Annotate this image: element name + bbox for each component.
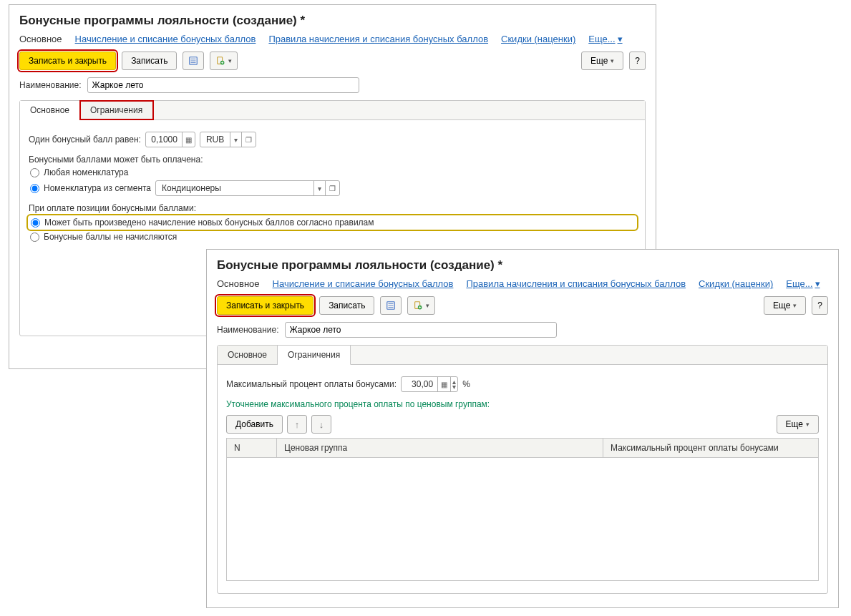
table-more-button[interactable]: Еще ▾ — [777, 415, 819, 434]
radio-accrue-new[interactable]: Может быть произведено начисление новых … — [29, 216, 636, 229]
max-percent-value: 30,00 — [402, 378, 437, 391]
radio-seg-label: Номенклатура из сегмента — [44, 183, 151, 193]
toolbar: Записать и закрыть Записать ▾ Еще ▾ ? — [9, 50, 656, 74]
chevron-down-icon: ▾ — [806, 421, 809, 428]
page-title: Бонусные программы лояльности (создание)… — [9, 5, 656, 32]
name-label: Наименование: — [217, 325, 279, 335]
open-icon[interactable]: ❐ — [241, 132, 256, 147]
tab-more-label: Еще... — [588, 34, 615, 44]
more-label: Еще — [590, 56, 608, 66]
chevron-down-icon[interactable]: ▾ — [313, 181, 325, 195]
more-button[interactable]: Еще ▾ — [581, 52, 623, 70]
table-header: N Ценовая группа Максимальный процент оп… — [227, 439, 818, 458]
radio-any-nomen[interactable]: Любая номенклатура — [29, 167, 636, 177]
calc-icon[interactable]: ▦ — [437, 377, 450, 391]
point-equals-label: Один бонусный балл равен: — [29, 135, 141, 145]
radio-any-input[interactable] — [30, 168, 39, 177]
calc-icon[interactable]: ▦ — [182, 132, 195, 147]
chevron-down-icon: ▾ — [793, 302, 797, 309]
chevron-down-icon: ▾ — [611, 57, 614, 64]
tab-accrual[interactable]: Начисление и списание бонусных баллов — [75, 34, 256, 44]
name-input[interactable] — [285, 322, 557, 338]
chevron-down-icon: ▾ — [618, 34, 623, 44]
top-tabs: Основное Начисление и списание бонусных … — [207, 277, 838, 295]
max-percent-input[interactable]: 30,00 ▦ ▴▾ — [401, 376, 458, 392]
list-icon — [188, 56, 198, 66]
tab-rules[interactable]: Правила начисления и списания бонусных б… — [466, 278, 686, 289]
on-pay-label: При оплате позиции бонусными баллами: — [29, 203, 636, 213]
attach-icon-button[interactable]: ▾ — [210, 52, 238, 70]
max-percent-label: Максимальный процент оплаты бонусами: — [226, 379, 397, 389]
col-price-group[interactable]: Ценовая группа — [277, 439, 603, 457]
percent-sign: % — [462, 379, 470, 389]
tab-accrual[interactable]: Начисление и списание бонусных баллов — [273, 278, 454, 289]
tab-more[interactable]: Еще... ▾ — [786, 278, 820, 289]
radio-no-accrue[interactable]: Бонусные баллы не начисляются — [29, 232, 636, 242]
page-title: Бонусные программы лояльности (создание)… — [207, 250, 838, 277]
help-button[interactable]: ? — [629, 52, 646, 70]
report-icon-button[interactable] — [380, 296, 402, 315]
radio-noaccrue-input[interactable] — [30, 233, 39, 242]
more-button[interactable]: Еще ▾ — [764, 296, 806, 315]
save-button[interactable]: Записать — [319, 296, 374, 315]
chevron-down-icon: ▾ — [815, 278, 820, 289]
spinner-icon[interactable]: ▴▾ — [450, 377, 457, 391]
point-value: 0,1000 — [146, 133, 182, 146]
report-icon-button[interactable] — [183, 52, 204, 70]
list-icon — [386, 300, 396, 311]
arrow-down-icon: ↓ — [319, 419, 324, 430]
move-down-button[interactable]: ↓ — [311, 415, 331, 434]
segment-select[interactable]: Кондиционеры ▾ ❐ — [155, 180, 340, 196]
open-icon[interactable]: ❐ — [325, 181, 339, 195]
radio-any-label: Любая номенклатура — [44, 167, 128, 177]
subtab-main[interactable]: Основное — [20, 101, 80, 120]
chevron-down-icon: ▾ — [228, 57, 232, 64]
subtab-body: Максимальный процент оплаты бонусами: 30… — [218, 365, 827, 591]
subtab-body: Один бонусный балл равен: 0,1000 ▦ RUB ▾… — [20, 120, 645, 255]
top-tabs: Основное Начисление и списание бонусных … — [9, 32, 656, 50]
chevron-down-icon: ▾ — [426, 302, 429, 309]
subtab-limits[interactable]: Ограничения — [278, 346, 351, 365]
tab-more-label: Еще... — [786, 278, 812, 289]
table-body[interactable] — [227, 458, 818, 580]
radio-segment-row: Номенклатура из сегмента Кондиционеры ▾ … — [29, 180, 636, 196]
help-button[interactable]: ? — [812, 296, 828, 315]
save-and-close-button[interactable]: Записать и закрыть — [19, 52, 116, 70]
add-button[interactable]: Добавить — [226, 415, 283, 434]
radio-accrue-input[interactable] — [31, 218, 40, 228]
name-field-row: Наименование: — [207, 319, 838, 341]
tab-discounts[interactable]: Скидки (наценки) — [501, 34, 575, 44]
name-field-row: Наименование: — [9, 74, 656, 96]
subtab-main[interactable]: Основное — [218, 346, 278, 364]
col-n[interactable]: N — [227, 439, 277, 457]
more-label: Еще — [786, 419, 803, 429]
radio-seg-input[interactable] — [30, 184, 39, 193]
toolbar: Записать и закрыть Записать ▾ Еще ▾ ? — [207, 295, 838, 319]
chevron-down-icon[interactable]: ▾ — [230, 132, 241, 147]
clarify-label: Уточнение максимального процента оплаты … — [226, 399, 819, 409]
move-up-button[interactable]: ↑ — [287, 415, 307, 434]
tab-rules[interactable]: Правила начисления и списания бонусных б… — [268, 34, 488, 44]
table: N Ценовая группа Максимальный процент оп… — [226, 438, 819, 581]
document-add-icon — [413, 300, 423, 311]
window-2: Бонусные программы лояльности (создание)… — [206, 249, 839, 608]
tab-more[interactable]: Еще... ▾ — [588, 34, 622, 44]
attach-icon-button[interactable]: ▾ — [407, 296, 435, 315]
tab-main[interactable]: Основное — [19, 34, 62, 44]
subtab-limits[interactable]: Ограничения — [80, 101, 153, 119]
paid-by-points-label: Бонусными баллами может быть оплачена: — [29, 155, 636, 165]
currency-select[interactable]: RUB ▾ ❐ — [200, 132, 256, 147]
subtab-bar: Основное Ограничения — [20, 101, 645, 120]
tab-discounts[interactable]: Скидки (наценки) — [699, 278, 773, 289]
radio-seg-nomen[interactable]: Номенклатура из сегмента — [30, 183, 151, 193]
col-max-percent[interactable]: Максимальный процент оплаты бонусами — [603, 439, 818, 457]
subtabs: Основное Ограничения Максимальный процен… — [217, 345, 828, 594]
name-input[interactable] — [87, 77, 359, 93]
save-and-close-button[interactable]: Записать и закрыть — [217, 296, 313, 315]
radio-noaccrue-label: Бонусные баллы не начисляются — [44, 232, 177, 242]
currency-value: RUB — [200, 133, 230, 146]
more-label: Еще — [773, 300, 790, 311]
point-value-input[interactable]: 0,1000 ▦ — [145, 132, 195, 147]
tab-main[interactable]: Основное — [217, 278, 260, 289]
save-button[interactable]: Записать — [122, 52, 177, 70]
